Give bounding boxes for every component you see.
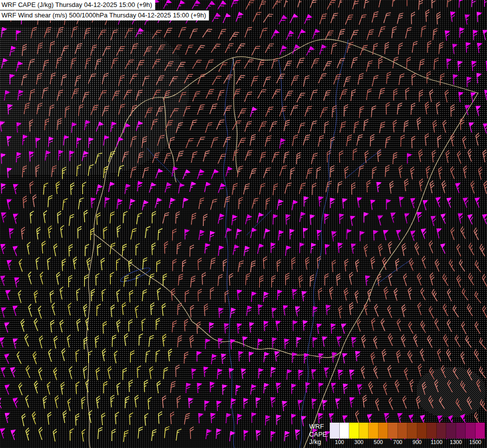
wind-barb [56, 272, 62, 285]
wind-barb [467, 77, 471, 87]
wind-barb [363, 395, 368, 408]
wind-barb [156, 105, 164, 117]
wind-barb [176, 121, 183, 134]
wind-barb [478, 42, 483, 53]
wind-barb [16, 30, 20, 40]
title-block: WRF CAPE (J/kg) Thursday 04-12-2025 15:0… [0, 0, 209, 21]
legend-tick: 1500 [469, 439, 481, 446]
wind-barb [211, 354, 216, 365]
wind-barb [0, 121, 5, 131]
legend-swatch [379, 423, 389, 439]
wind-barb [239, 351, 243, 361]
wind-barb [273, 337, 277, 347]
wind-barb [483, 214, 487, 224]
wind-barb [198, 289, 202, 301]
wind-barb [428, 396, 437, 408]
wind-barb [358, 384, 364, 394]
wind-barb [129, 320, 133, 332]
wind-barb [36, 165, 40, 177]
wind-barb [176, 365, 180, 377]
wind-barb [129, 290, 134, 302]
wind-barb [410, 167, 416, 179]
wind-barb [419, 59, 425, 71]
wind-barb [163, 274, 167, 286]
wind-barb [349, 272, 355, 285]
wind-barb [206, 88, 214, 101]
wind-barb [10, 366, 18, 377]
wind-barb [173, 43, 182, 56]
wind-barb [325, 274, 329, 286]
wind-barb [217, 89, 224, 102]
wind-barb [285, 338, 289, 348]
wind-barb [257, 213, 263, 224]
wind-barb [76, 289, 81, 301]
wind-barb [419, 321, 429, 333]
wind-barb [386, 103, 390, 114]
wind-barb [30, 89, 35, 102]
wind-barb [71, 57, 76, 70]
wind-barb [218, 1, 226, 11]
wind-barb [84, 27, 91, 40]
wind-barb [426, 336, 435, 348]
wind-barb [451, 105, 455, 116]
wind-barb [455, 399, 465, 411]
wind-barb [387, 72, 391, 84]
wind-barb [264, 292, 269, 303]
wind-barb [292, 257, 296, 269]
wind-barb [245, 26, 252, 38]
wind-barb [292, 201, 297, 211]
wind-barb [72, 123, 77, 133]
wind-barb [350, 397, 355, 407]
wind-barb [162, 396, 167, 408]
wind-barb [371, 106, 376, 118]
wind-barb [330, 165, 334, 177]
wind-barb [177, 150, 184, 162]
wind-barb [191, 276, 195, 288]
wind-barb [355, 411, 362, 423]
wind-barb [23, 135, 27, 145]
wind-barb [260, 27, 268, 39]
wind-barb [143, 167, 149, 179]
wind-barb [244, 430, 248, 440]
wind-barb [395, 259, 400, 271]
wind-barb [474, 291, 484, 303]
wind-barb [456, 244, 464, 256]
wind-barb [438, 167, 444, 179]
wind-barb [88, 73, 96, 85]
wind-barb [332, 352, 337, 363]
wind-barb [273, 0, 282, 10]
wind-barb [291, 74, 298, 87]
wind-barb [323, 400, 328, 410]
wind-barb [34, 291, 40, 303]
wind-barb [393, 56, 398, 69]
wind-barb [393, 89, 397, 101]
wind-barb [259, 120, 267, 133]
wind-barb [142, 319, 146, 331]
wind-barb [312, 399, 317, 409]
wind-barb [97, 213, 101, 224]
wind-barb [404, 120, 408, 132]
wind-barb [339, 151, 343, 163]
wind-barb [250, 322, 255, 333]
wind-barb [347, 134, 352, 147]
wind-barb [303, 228, 308, 238]
wind-barb [380, 121, 385, 134]
wind-barb [260, 275, 264, 287]
wind-barb [218, 246, 223, 256]
wind-barb [357, 134, 363, 146]
wind-barb [53, 429, 59, 442]
wind-barb [365, 151, 370, 163]
wind-barb [472, 61, 477, 71]
wind-barb [344, 76, 351, 88]
wind-barb [459, 381, 469, 393]
wind-barb [83, 182, 87, 194]
wind-barb [8, 105, 12, 114]
wind-barb [205, 339, 210, 349]
wind-barb [391, 212, 397, 223]
wind-barb [236, 42, 245, 55]
wind-barb [425, 133, 430, 146]
wind-barb [144, 380, 148, 392]
wind-barb [162, 334, 168, 346]
cape-legend: WRF CAPE J/kg 10030050070090011001300150… [309, 423, 485, 446]
wind-barb [331, 324, 335, 334]
